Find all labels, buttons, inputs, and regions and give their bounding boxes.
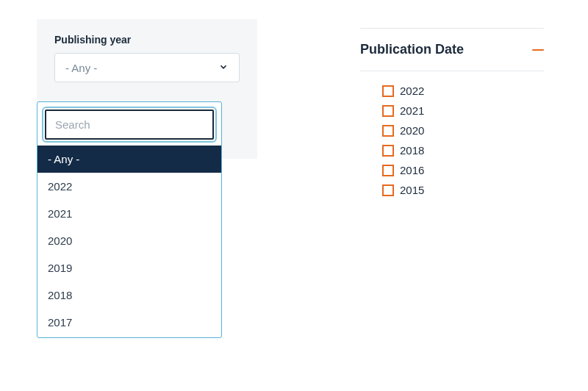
dropdown-option[interactable]: 2022 [37,173,221,200]
dropdown-search-wrapper [45,110,214,140]
checkbox-row[interactable]: 2018 [382,144,544,157]
publication-date-facet: Publication Date 2022 2021 2020 2018 201… [360,28,544,204]
publishing-year-selected-value: - Any - [65,62,97,74]
dropdown-option[interactable]: 2017 [37,309,221,337]
checkbox-icon [382,105,394,117]
checkbox-row[interactable]: 2016 [382,164,544,176]
checkbox-label: 2015 [400,184,424,196]
minus-icon [532,49,544,51]
dropdown-option[interactable]: 2021 [37,200,221,227]
checkbox-label: 2016 [400,164,424,176]
checkbox-row[interactable]: 2020 [382,124,544,137]
checkbox-label: 2020 [400,124,424,137]
checkbox-icon [382,165,394,176]
dropdown-option[interactable]: 2020 [37,227,221,254]
dropdown-option[interactable]: 2018 [37,281,221,309]
publication-date-options: 2022 2021 2020 2018 2016 2015 [360,71,544,196]
checkbox-row[interactable]: 2015 [382,184,544,196]
publishing-year-dropdown: - Any - 2022 2021 2020 2019 2018 2017 [37,101,222,338]
checkbox-label: 2021 [400,104,424,117]
publishing-year-label: Publishing year [54,34,240,46]
checkbox-icon [382,85,394,97]
publishing-year-select[interactable]: - Any - [54,53,240,82]
checkbox-icon [382,125,394,137]
dropdown-option-any[interactable]: - Any - [37,146,221,173]
dropdown-search-input[interactable] [46,111,212,138]
checkbox-label: 2022 [400,85,424,97]
chevron-down-icon [218,62,229,74]
publication-date-title: Publication Date [360,42,464,57]
publication-date-header[interactable]: Publication Date [360,28,544,71]
checkbox-icon [382,145,394,157]
checkbox-icon [382,184,394,196]
checkbox-row[interactable]: 2021 [382,104,544,117]
dropdown-option[interactable]: 2019 [37,254,221,281]
checkbox-row[interactable]: 2022 [382,85,544,97]
checkbox-label: 2018 [400,144,424,157]
